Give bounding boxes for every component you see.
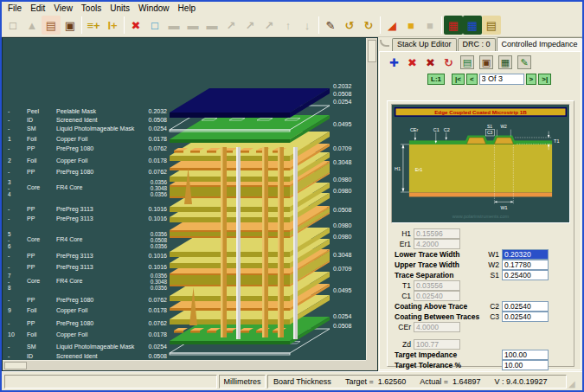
technical-report-icon[interactable]: ▤ <box>482 16 501 35</box>
diagram-label-h1: H1 <box>395 166 401 171</box>
diagram-title: Edge Coupled Coated Microstrip 1B <box>434 109 527 115</box>
param-input-s1[interactable] <box>502 270 549 280</box>
layer-row[interactable]: -PPPrePreg 10800.0762 <box>6 296 172 305</box>
main-toolbar: □▲▤▣≡+I+✖□▬▬▬↗↗↗↑↓✎↺↻◢■■▦▦▤ <box>2 14 582 37</box>
layer-row[interactable]: -SMLiquid PhotoImageable Mask0.0254 <box>6 343 172 352</box>
vertical-scrollbar[interactable] <box>366 38 377 360</box>
edit-structure-icon[interactable]: ✎ <box>517 55 531 69</box>
press-stackup-icon[interactable]: ↺ <box>340 16 359 35</box>
dimension-value: 0.0508 <box>333 207 351 214</box>
param-input-c1 <box>414 291 460 301</box>
status-target: Target = 1.62560 <box>345 377 406 386</box>
units-label: Millimetres <box>224 377 261 386</box>
menu-units[interactable]: Units <box>106 3 134 13</box>
delete-ci-structure-icon[interactable]: ✖ <box>406 55 419 69</box>
layer-row[interactable]: 10FoilCopper Foil0.0178 <box>6 331 172 340</box>
structure-frame-icon[interactable]: ▣ <box>479 55 493 69</box>
last-structure-button[interactable]: >| <box>538 74 551 85</box>
parameter-list: Substrate 1 HeightH1Substrate 1 Dielectr… <box>391 226 570 364</box>
field-solver-calculator-icon[interactable]: ▦ <box>498 55 512 69</box>
goal-seek-calculator-icon[interactable]: ▦ <box>444 16 463 35</box>
layer-row[interactable]: 1FoilCopper Foil0.0178 <box>6 135 172 145</box>
menu-tools[interactable]: Tools <box>77 3 106 13</box>
layer-row[interactable]: -SMLiquid PhotoImageable Mask0.0254 <box>6 125 172 134</box>
param-input-target-tolerance[interactable] <box>502 360 549 370</box>
layer-row[interactable]: 2FoilCopper Foil0.0178 <box>6 157 172 166</box>
layer-row[interactable]: 5-6CoreFR4 Core0.03560.05080.0356 <box>6 230 172 250</box>
move-down-icon: ↓ <box>298 16 317 35</box>
layer-row[interactable]: -PPPrePreg 31130.1016 <box>6 215 172 224</box>
frame-viewer-icon[interactable]: ▣ <box>61 16 80 35</box>
tab-drc-0[interactable]: DRC : 0 <box>458 38 496 51</box>
eraser-icon[interactable]: ◢ <box>382 16 401 35</box>
param-input-w2[interactable] <box>502 260 549 270</box>
dimension-value: 0.0495 <box>333 121 351 128</box>
layer-row[interactable]: -PPPrePreg 10800.0762 <box>6 168 172 177</box>
layer-row[interactable]: -IDScreened Ident0.0508 <box>6 352 172 360</box>
layer-row[interactable]: 9FoilCopper Foil0.0178 <box>6 306 172 316</box>
toolbar-separator <box>441 16 442 34</box>
controlled-impedance-tab-page: ✚✖✖↻▤▣▦✎ L:1 |< < > >| Edge <box>379 51 581 370</box>
add-layer-icon[interactable]: ≡+ <box>84 16 103 35</box>
stackup-wizard-icon[interactable]: ▤ <box>42 16 61 35</box>
horizontal-scrollbar[interactable] <box>3 360 366 370</box>
vertical-scrollbar-thumb[interactable] <box>368 40 376 62</box>
param-input-target-impedance[interactable] <box>502 350 549 360</box>
controlled-impedance-panel: Stack Up EditorDRC : 0Controlled Impedan… <box>378 37 582 371</box>
tab-stack-up-editor[interactable]: Stack Up Editor <box>392 38 457 51</box>
stackup-drawing-area[interactable]: -PeelPeelable Mask0.2032-IDScreened Iden… <box>3 38 366 360</box>
delete-item-icon[interactable]: ✖ <box>126 16 145 35</box>
layer-row[interactable]: -PPPrePreg 10800.0762 <box>6 319 172 329</box>
dimension-value: 0.0980 <box>333 177 351 183</box>
tab-controlled-impedance[interactable]: Controlled Impedance <box>497 37 583 51</box>
first-structure-button[interactable]: |< <box>452 74 465 85</box>
param-input-h1 <box>414 228 460 239</box>
diagram-label-s1: S1 <box>487 125 492 129</box>
layer-indicator-button[interactable]: L:1 <box>427 74 445 85</box>
impedance-calculator-icon[interactable]: ▦ <box>463 16 482 35</box>
dimension-value: 0.0980 <box>333 234 351 241</box>
menu-help[interactable]: Help <box>174 3 201 13</box>
parameter-label: Target Impedance <box>391 350 479 359</box>
layer-row[interactable]: -PPPrePreg 10800.0762 <box>6 145 172 154</box>
menu-edit[interactable]: Edit <box>26 3 49 13</box>
unpress-stackup-icon[interactable]: ↻ <box>359 16 378 35</box>
param-input-c2[interactable] <box>502 301 549 312</box>
panel-dock-handle[interactable] <box>380 40 389 47</box>
horizontal-scrollbar-thumb[interactable] <box>4 362 27 370</box>
add-ci-structure-icon[interactable]: ✚ <box>388 55 401 69</box>
parameter-row: Coating Above TraceC2 <box>391 301 570 312</box>
resize-grip[interactable]: ◢ <box>568 380 580 389</box>
param-input-cer <box>414 322 460 332</box>
target-label: Target = <box>345 377 374 386</box>
solid-cube-icon[interactable]: ■ <box>401 16 420 35</box>
menu-view[interactable]: View <box>49 3 77 13</box>
assign-material-icon[interactable]: ✎ <box>321 16 340 35</box>
param-input-w1[interactable] <box>502 249 549 260</box>
scrollbar-corner <box>366 360 377 370</box>
structure-position-input[interactable] <box>479 74 524 85</box>
dimension-value: 0.0254 <box>333 313 351 320</box>
toolbar-separator <box>81 16 82 34</box>
delete-all-ci-structures-icon[interactable]: ✖ <box>424 55 437 69</box>
add-drill-icon[interactable]: I+ <box>103 16 122 35</box>
menu-window[interactable]: Window <box>134 3 174 13</box>
structure-parameters-icon[interactable]: ▤ <box>460 55 474 69</box>
layer-row[interactable]: 7-8CoreFR4 Core0.03560.30480.0356 <box>6 272 172 292</box>
layer-row[interactable]: -PPPrePreg 31130.1016 <box>6 205 172 215</box>
parameter-row: Coating Above SubstrateC1 <box>391 291 570 301</box>
diagram-label-t1: T1 <box>554 138 559 144</box>
move-layer-icon-1: ▬ <box>164 16 183 35</box>
next-structure-button[interactable]: > <box>526 74 537 85</box>
layer-row[interactable]: -PPPrePreg 31130.1016 <box>6 252 172 261</box>
new-stackup-icon[interactable]: □ <box>3 16 22 35</box>
edit-rectangle-icon[interactable]: □ <box>145 16 164 35</box>
toolbar-separator <box>380 16 381 34</box>
menu-file[interactable]: File <box>3 3 26 13</box>
layer-row[interactable]: 3-4CoreFR4 Core0.03560.30480.0356 <box>6 178 172 198</box>
param-input-c3[interactable] <box>502 312 549 322</box>
previous-structure-button[interactable]: < <box>466 74 478 85</box>
actual-label: Actual = <box>420 377 448 386</box>
recalculate-structure-icon[interactable]: ↻ <box>442 55 455 69</box>
dimension-value: 0.0980 <box>333 188 351 195</box>
